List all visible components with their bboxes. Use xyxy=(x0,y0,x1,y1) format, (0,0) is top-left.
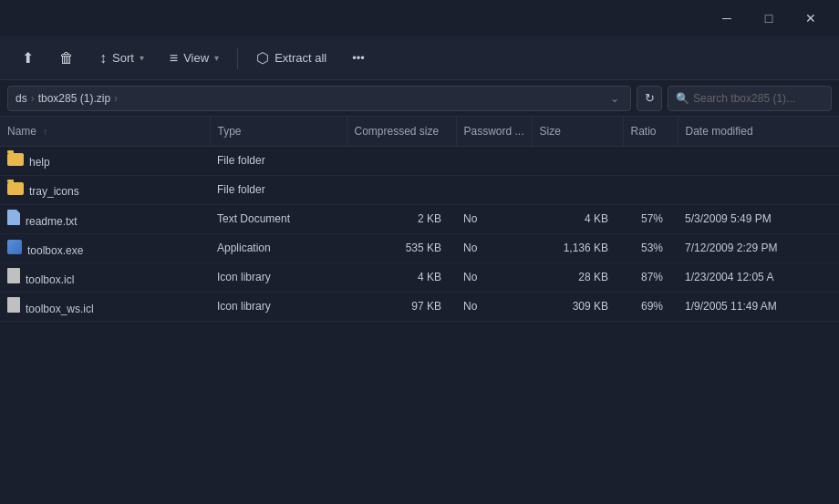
file-ratio-cell: 53% xyxy=(623,233,678,262)
file-name-cell: toolbox.icl xyxy=(0,262,210,292)
file-size-cell xyxy=(532,146,623,175)
library-icon xyxy=(7,297,20,313)
search-icon: 🔍 xyxy=(676,92,689,105)
table-row[interactable]: toolbox.exeApplication535 KBNo1,136 KB53… xyxy=(0,233,839,262)
column-header-type[interactable]: Type xyxy=(210,117,347,146)
file-name-cell: help xyxy=(0,146,210,175)
path-crumb-root[interactable]: ds xyxy=(16,92,27,105)
minimize-button[interactable]: ─ xyxy=(706,4,748,33)
column-header-ratio[interactable]: Ratio xyxy=(623,117,678,146)
more-button[interactable]: ••• xyxy=(341,46,376,70)
document-icon xyxy=(7,215,20,228)
file-compressed-cell: 97 KB xyxy=(347,292,456,321)
column-header-password[interactable]: Password ... xyxy=(456,117,532,146)
file-compressed-cell: 2 KB xyxy=(347,204,456,233)
sort-icon: ↕ xyxy=(99,50,107,67)
file-type-cell: File folder xyxy=(210,175,347,204)
address-bar: ds › tbox285 (1).zip › ⌄ ↻ 🔍 xyxy=(0,80,839,117)
table-row[interactable]: toolbox.iclIcon library4 KBNo28 KB87%1/2… xyxy=(0,262,839,292)
file-size-cell xyxy=(532,175,623,204)
file-name: toolbox_ws.icl xyxy=(26,303,94,315)
file-ratio-cell: 87% xyxy=(623,262,678,292)
library-icon xyxy=(7,303,20,315)
file-compressed-cell: 535 KB xyxy=(347,233,456,262)
file-name: help xyxy=(29,156,50,169)
folder-icon xyxy=(7,156,24,169)
file-ratio-cell: 69% xyxy=(623,292,678,321)
file-date-cell xyxy=(678,146,839,175)
table-row[interactable]: readme.txtText Document2 KBNo4 KB57%5/3/… xyxy=(0,204,839,233)
extract-icon: ⬡ xyxy=(256,49,269,67)
search-box[interactable]: 🔍 xyxy=(668,86,832,111)
file-ratio-cell xyxy=(623,175,678,204)
name-sort-icon: ↑ xyxy=(43,127,47,137)
file-name: toolbox.exe xyxy=(27,244,83,257)
file-date-cell: 1/9/2005 11:49 AM xyxy=(678,292,839,321)
file-type-cell: Icon library xyxy=(210,292,347,321)
file-name: tray_icons xyxy=(29,185,79,198)
file-name-cell: toolbox_ws.icl xyxy=(0,292,210,321)
path-separator: › xyxy=(31,92,35,105)
table-header-row: Name ↑ Type Compressed size Password ...… xyxy=(0,117,839,146)
extract-label: Extract all xyxy=(274,51,326,65)
column-header-name[interactable]: Name ↑ xyxy=(0,117,210,146)
file-name: readme.txt xyxy=(26,215,78,228)
search-input[interactable] xyxy=(693,92,821,105)
application-icon xyxy=(7,244,22,257)
extract-all-button[interactable]: ⬡ Extract all xyxy=(245,44,337,72)
file-date-cell: 1/23/2004 12:05 A xyxy=(678,262,839,292)
file-ratio-cell: 57% xyxy=(623,204,678,233)
column-header-compressed[interactable]: Compressed size xyxy=(347,117,456,146)
file-password-cell xyxy=(456,146,532,175)
file-table: Name ↑ Type Compressed size Password ...… xyxy=(0,117,839,322)
file-list: Name ↑ Type Compressed size Password ...… xyxy=(0,117,839,322)
file-date-cell xyxy=(678,175,839,204)
table-row[interactable]: tray_iconsFile folder xyxy=(0,175,839,204)
file-name-cell: readme.txt xyxy=(0,204,210,233)
file-type-cell: File folder xyxy=(210,146,347,175)
file-size-cell: 28 KB xyxy=(532,262,623,292)
file-name: toolbox.icl xyxy=(26,273,74,286)
view-label: View xyxy=(183,51,209,65)
application-icon xyxy=(7,240,22,254)
file-type-cell: Application xyxy=(210,233,347,262)
file-compressed-cell xyxy=(347,146,456,175)
maximize-button[interactable]: □ xyxy=(748,4,790,33)
title-bar: ─ □ ✕ xyxy=(0,0,839,36)
close-button[interactable]: ✕ xyxy=(790,4,832,33)
file-type-cell: Text Document xyxy=(210,204,347,233)
sort-button[interactable]: ↕ Sort ▾ xyxy=(88,45,155,72)
delete-icon: 🗑 xyxy=(59,50,74,67)
document-icon xyxy=(7,210,20,225)
column-header-date[interactable]: Date modified xyxy=(678,117,839,146)
file-password-cell: No xyxy=(456,233,532,262)
view-button[interactable]: ≡ View ▾ xyxy=(159,45,230,72)
refresh-button[interactable]: ↻ xyxy=(637,86,662,111)
view-icon: ≡ xyxy=(170,50,178,67)
toolbar-separator xyxy=(237,47,238,69)
address-path[interactable]: ds › tbox285 (1).zip › ⌄ xyxy=(7,86,631,111)
file-type-cell: Icon library xyxy=(210,262,347,292)
toolbar: ⬆ 🗑 ↕ Sort ▾ ≡ View ▾ ⬡ Extract all ••• xyxy=(0,36,839,80)
library-icon xyxy=(7,268,20,283)
table-row[interactable]: helpFile folder xyxy=(0,146,839,175)
delete-button[interactable]: 🗑 xyxy=(48,45,85,72)
table-row[interactable]: toolbox_ws.iclIcon library97 KBNo309 KB6… xyxy=(0,292,839,321)
file-date-cell: 7/12/2009 2:29 PM xyxy=(678,233,839,262)
file-password-cell: No xyxy=(456,204,532,233)
sort-label: Sort xyxy=(112,51,134,65)
file-compressed-cell: 4 KB xyxy=(347,262,456,292)
file-size-cell: 309 KB xyxy=(532,292,623,321)
folder-icon xyxy=(7,185,24,198)
file-name-cell: toolbox.exe xyxy=(0,233,210,262)
folder-icon xyxy=(7,182,24,195)
share-button[interactable]: ⬆ xyxy=(11,44,45,72)
more-icon: ••• xyxy=(352,51,365,65)
file-password-cell xyxy=(456,175,532,204)
path-dropdown-icon[interactable]: ⌄ xyxy=(606,90,623,107)
column-header-size[interactable]: Size xyxy=(532,117,623,146)
path-crumb-zip[interactable]: tbox285 (1).zip xyxy=(38,92,110,105)
file-size-cell: 1,136 KB xyxy=(532,233,623,262)
refresh-icon: ↻ xyxy=(645,91,655,105)
view-chevron-icon: ▾ xyxy=(214,53,219,63)
